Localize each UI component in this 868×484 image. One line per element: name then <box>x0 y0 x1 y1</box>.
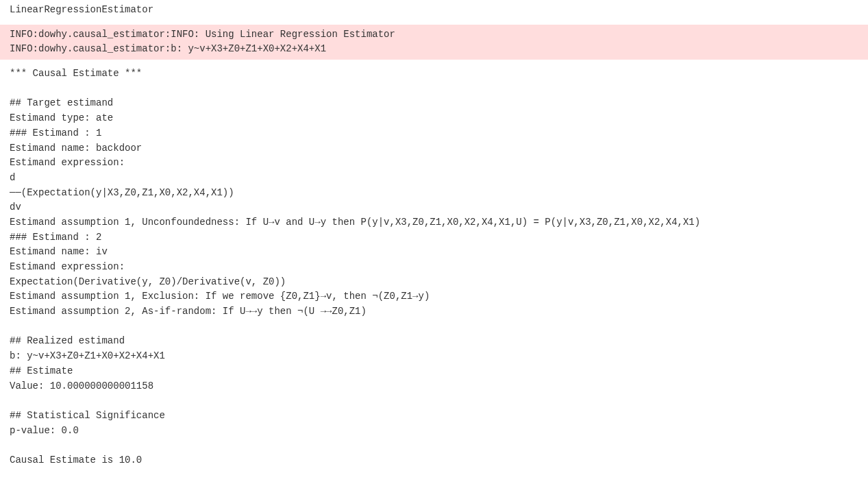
target-estimand-header: ## Target estimand <box>10 97 113 108</box>
stderr-line-2: INFO:dowhy.causal_estimator:b: y~v+X3+Z0… <box>10 43 326 54</box>
estimand-1-name: Estimand name: backdoor <box>10 143 142 154</box>
stderr-line-1: INFO:dowhy.causal_estimator:INFO: Using … <box>10 29 395 40</box>
realized-estimand-header: ## Realized estimand <box>10 335 125 346</box>
estimate-value: Value: 10.000000000001158 <box>10 380 153 391</box>
statistical-significance-header: ## Statistical Significance <box>10 410 165 421</box>
estimand-2-header: ### Estimand : 2 <box>10 232 101 243</box>
estimand-1-assumption-1: Estimand assumption 1, Unconfoundedness:… <box>10 217 700 228</box>
estimand-2-expression-label: Estimand expression: <box>10 261 125 272</box>
p-value: p-value: 0.0 <box>10 425 79 436</box>
realized-estimand-value: b: y~v+X3+Z0+Z1+X0+X2+X4+X1 <box>10 350 165 361</box>
estimator-title: LinearRegressionEstimator <box>0 0 868 22</box>
estimand-1-expression-line-1: d <box>10 172 15 183</box>
estimand-1-header: ### Estimand : 1 <box>10 128 101 138</box>
causal-estimate-final: Causal Estimate is 10.0 <box>10 455 142 465</box>
estimand-2-name: Estimand name: iv <box>10 246 108 257</box>
estimand-1-expression-line-2: ──(Expectation(y|X3,Z0,Z1,X0,X2,X4,X1)) <box>10 187 234 198</box>
estimand-1-expression-label: Estimand expression: <box>10 157 125 168</box>
estimand-1-expression-line-3: dv <box>10 202 21 213</box>
estimand-2-expression: Expectation(Derivative(y, Z0)/Derivative… <box>10 276 286 287</box>
estimand-type: Estimand type: ate <box>10 112 113 123</box>
title-text: LinearRegressionEstimator <box>10 4 153 15</box>
stdout-output: *** Causal Estimate *** ## Target estima… <box>0 62 868 474</box>
causal-estimate-header: *** Causal Estimate *** <box>10 68 142 79</box>
estimate-header: ## Estimate <box>10 365 73 376</box>
estimand-2-assumption-2: Estimand assumption 2, As-if-random: If … <box>10 306 367 317</box>
estimand-2-assumption-1: Estimand assumption 1, Exclusion: If we … <box>10 291 430 302</box>
stderr-output: INFO:dowhy.causal_estimator:INFO: Using … <box>0 25 868 60</box>
